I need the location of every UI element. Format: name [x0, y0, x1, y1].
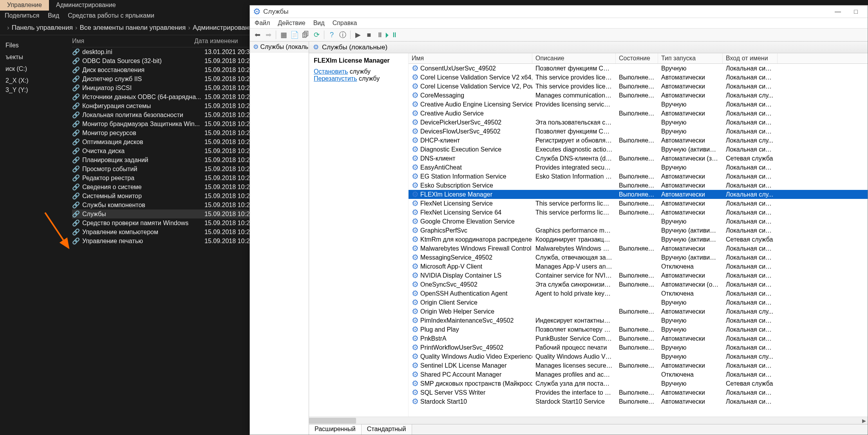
- service-start-type: Автоматически: [658, 362, 723, 369]
- table-row[interactable]: ⚙NVIDIA Display Container LSContainer se…: [409, 271, 868, 280]
- table-row[interactable]: ⚙SQL Server VSS WriterProvides the inter…: [409, 388, 868, 397]
- th-name[interactable]: Имя: [409, 53, 532, 63]
- show-hide-icon[interactable]: ▦: [278, 30, 289, 40]
- view-tab[interactable]: Стандартный: [362, 424, 412, 435]
- table-row[interactable]: ⚙OneSyncSvc_49502Эта служба синхронизиру…: [409, 280, 868, 289]
- gear-icon: ⚙: [412, 389, 419, 396]
- service-start-type: Вручную: [658, 128, 723, 135]
- titlebar[interactable]: ⚙ Службы — □: [250, 5, 868, 18]
- table-row[interactable]: ⚙Stardock Start10Stardock Start10 Servic…: [409, 397, 868, 406]
- table-row[interactable]: ⚙MessagingService_49502Служба, отвечающа…: [409, 253, 868, 262]
- service-state: Выполняется: [616, 191, 658, 198]
- table-row[interactable]: ⚙Microsoft App-V ClientManages App-V use…: [409, 262, 868, 271]
- table-row[interactable]: ⚙PnkBstrAPunkBuster Service Component...…: [409, 334, 868, 343]
- tree-node[interactable]: 2_X (X:): [2, 76, 67, 85]
- menu-item[interactable]: Действие: [278, 20, 305, 27]
- table-row[interactable]: ⚙FlexNet Licensing ServiceThis service p…: [409, 199, 868, 208]
- table-row[interactable]: ⚙FLEXlm License ManagerВыполняетсяАвтома…: [409, 190, 868, 199]
- service-desc: This service performs licensing ...: [532, 200, 616, 207]
- minimize-button[interactable]: —: [829, 6, 846, 17]
- table-row[interactable]: ⚙EasyAntiCheatProvides integrated securi…: [409, 163, 868, 172]
- info-icon[interactable]: ⓘ: [338, 30, 348, 40]
- table-row[interactable]: ⚙DHCP-клиентРегистрирует и обновляет IP-…: [409, 136, 868, 145]
- th-desc[interactable]: Описание: [532, 53, 616, 63]
- table-row[interactable]: ⚙OpenSSH Authentication AgentAgent to ho…: [409, 289, 868, 298]
- table-row[interactable]: ⚙Plug and PlayПозволяет компьютеру распо…: [409, 325, 868, 334]
- table-row[interactable]: ⚙Diagnostic Execution ServiceExecutes di…: [409, 145, 868, 154]
- tree-node[interactable]: Files: [2, 41, 67, 50]
- table-row[interactable]: ⚙KtmRm для координатора распределенных .…: [409, 235, 868, 244]
- service-state: Выполняется: [616, 344, 658, 351]
- services-tree-item-local[interactable]: ⚙ Службы (локальн: [250, 42, 309, 52]
- properties-icon[interactable]: 📄: [289, 30, 300, 40]
- table-row[interactable]: ⚙Corel License Validation Service V2 x64…: [409, 73, 868, 82]
- tree-node[interactable]: ъекты: [2, 52, 67, 62]
- service-desc: Служба DNS-клиента (dnscach...: [532, 155, 616, 162]
- help-icon[interactable]: ?: [327, 30, 337, 40]
- breadcrumb-segment[interactable]: Все элементы панели управления: [80, 24, 186, 31]
- column-header-name[interactable]: Имя: [72, 38, 194, 45]
- ribbon-tab[interactable]: Администрирование: [49, 0, 123, 11]
- table-row[interactable]: ⚙Corel License Validation Service V2, Po…: [409, 82, 868, 91]
- table-row[interactable]: ⚙Shared PC Account ManagerManages profil…: [409, 370, 868, 379]
- table-row[interactable]: ⚙DNS-клиентСлужба DNS-клиента (dnscach..…: [409, 154, 868, 163]
- restart-service-link[interactable]: Перезапустить: [314, 75, 357, 82]
- menu-item[interactable]: Вид: [48, 12, 59, 19]
- table-row[interactable]: ⚙Origin Client ServiceВручнуюЛокальная с…: [409, 298, 868, 307]
- maximize-button[interactable]: □: [847, 6, 864, 17]
- menu-item[interactable]: Файл: [255, 20, 270, 27]
- service-desc: Позволяет функциям Connect...: [532, 128, 616, 135]
- menu-item[interactable]: Поделиться: [5, 12, 39, 19]
- table-row[interactable]: ⚙Google Chrome Elevation ServiceВручнуюЛ…: [409, 217, 868, 226]
- table-row[interactable]: ⚙CoreMessagingManages communication betw…: [409, 91, 868, 100]
- stop-service-link[interactable]: Остановить: [314, 68, 348, 75]
- th-start[interactable]: Тип запуска: [658, 53, 723, 63]
- restart-icon[interactable]: ⏵⏸: [386, 30, 396, 40]
- table-row[interactable]: ⚙PrintWorkflowUserSvc_49502Рабочий проце…: [409, 343, 868, 352]
- service-name: Diagnostic Execution Service: [420, 146, 501, 153]
- table-row[interactable]: ⚙DevicePickerUserSvc_49502Эта пользовате…: [409, 118, 868, 127]
- table-row[interactable]: ⚙EG Station Information ServiceEsko Stat…: [409, 172, 868, 181]
- explorer-tree[interactable]: Filesъектыиск (C:)2_X (X:)3_Y (Y:): [0, 35, 69, 431]
- table-row[interactable]: ⚙SMP дисковых пространств (Майкрософт)Сл…: [409, 379, 868, 388]
- table-row[interactable]: ⚙Esko Subscription ServiceВыполняетсяАвт…: [409, 181, 868, 190]
- service-start-type: Вручную: [658, 119, 723, 126]
- table-row[interactable]: ⚙Quality Windows Audio Video ExperienceQ…: [409, 352, 868, 361]
- export-icon[interactable]: 🗐: [300, 30, 311, 40]
- table-row[interactable]: ⚙FlexNet Licensing Service 64This servic…: [409, 208, 868, 217]
- ribbon-tab[interactable]: Управление: [0, 0, 49, 11]
- scroll-thumb[interactable]: [309, 418, 356, 424]
- menu-item[interactable]: Справка: [333, 20, 357, 27]
- shortcut-icon: 🔗: [72, 210, 80, 218]
- back-icon[interactable]: ⬅: [252, 30, 262, 40]
- breadcrumb-segment[interactable]: Панель управления: [12, 24, 73, 31]
- gear-icon: ⚙: [412, 83, 419, 90]
- table-row[interactable]: ⚙DevicesFlowUserSvc_49502Позволяет функц…: [409, 127, 868, 136]
- table-row[interactable]: ⚙Creative Audio Engine Licensing Service…: [409, 100, 868, 109]
- service-name: Corel License Validation Service V2 x64,…: [420, 74, 532, 81]
- horizontal-scrollbar[interactable]: ◀ ▶: [309, 417, 868, 424]
- table-row[interactable]: ⚙ConsentUxUserSvc_49502Позволяет функция…: [409, 64, 868, 73]
- item-name: desktop.ini: [82, 49, 204, 56]
- stop-icon[interactable]: ■: [364, 30, 374, 40]
- table-row[interactable]: ⚙GraphicsPerfSvcGraphics performance mon…: [409, 226, 868, 235]
- tree-node[interactable]: 3_Y (Y:): [2, 85, 67, 95]
- service-name: PnkBstrA: [420, 335, 447, 342]
- th-logon[interactable]: Вход от имени: [723, 53, 778, 63]
- service-logon: Сетевая служба: [723, 236, 778, 243]
- forward-icon[interactable]: ➡: [263, 30, 273, 40]
- menu-item[interactable]: Средства работы с ярлыками: [68, 12, 154, 19]
- refresh-icon[interactable]: ⟳: [311, 30, 322, 40]
- table-row[interactable]: ⚙Origin Web Helper ServiceВыполняетсяАвт…: [409, 307, 868, 316]
- table-row[interactable]: ⚙Creative Audio ServiceВыполняетсяАвтома…: [409, 109, 868, 118]
- th-state[interactable]: Состояние: [616, 53, 658, 63]
- table-row[interactable]: ⚙Malwarebytes Windows Firewall ControlMa…: [409, 244, 868, 253]
- table-row[interactable]: ⚙PimIndexMaintenanceSvc_49502Индексирует…: [409, 316, 868, 325]
- breadcrumb-segment[interactable]: Администрирование: [193, 24, 256, 31]
- table-row[interactable]: ⚙Sentinel LDK License ManagerManages lic…: [409, 361, 868, 370]
- tree-node[interactable]: иск (C:): [2, 64, 67, 74]
- view-tab[interactable]: Расширенный: [309, 424, 362, 435]
- menu-item[interactable]: Вид: [313, 20, 325, 27]
- scroll-right-icon[interactable]: ▶: [861, 417, 868, 424]
- start-icon[interactable]: ▶: [353, 30, 363, 40]
